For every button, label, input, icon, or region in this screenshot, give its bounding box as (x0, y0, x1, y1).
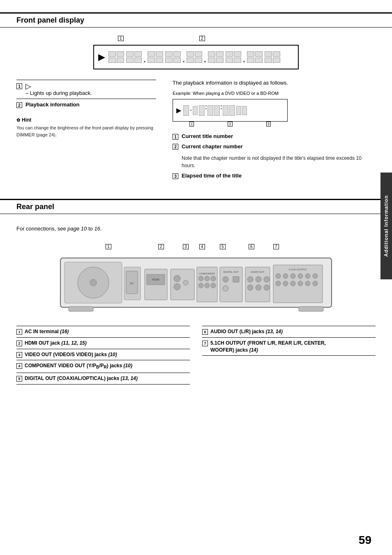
rear-lbl-7: 7 (273, 244, 279, 249)
rear-item-7-text: 5.1CH OUTPUT (FRONT L/R, REAR L/R, CENTE… (210, 340, 326, 354)
svg-point-18 (211, 276, 216, 281)
rear-panel-title: Rear panel (16, 203, 54, 211)
fpd-play-arrow: ▶ (98, 52, 105, 62)
rc-item-2: 2 Current chapter number Note that the c… (173, 143, 376, 169)
rear-item-6: 6 AUDIO OUT (L/R) jacks (13, 14) (202, 326, 376, 337)
rear-item-4-num: 4 (16, 363, 22, 369)
svg-text:DIGITAL OUT: DIGITAL OUT (223, 271, 238, 273)
col-left: 1 ▷ – Lights up during playback. 2 Playb… (16, 80, 156, 182)
fpd-label1: 1 (118, 36, 124, 41)
rear-item-3-num: 3 (16, 352, 22, 358)
rc-item-2-note: Note that the chapter number is not disp… (182, 154, 376, 169)
rear-item-7: 7 5.1CH OUTPUT (FRONT L/R, REAR L/R, CEN… (202, 337, 376, 356)
rear-item-5-num: 5 (16, 376, 22, 382)
rc-item-3-label: Elapsed time of the title (182, 173, 242, 179)
rc-item-3: 3 Elapsed time of the title (173, 173, 376, 179)
svg-point-19 (198, 283, 203, 288)
svg-point-41 (305, 274, 310, 279)
rear-diagram-wrapper: 1 2 3 4 5 6 7 (0, 244, 392, 315)
hint-title: Hint (16, 117, 156, 123)
svg-point-30 (256, 276, 261, 282)
rear-items-left: 1 AC IN terminal (16) 2 HDMI OUT jack (1… (16, 326, 190, 385)
rear-lbl-4: 4 (199, 244, 205, 249)
svg-text:AC: AC (130, 282, 134, 285)
hint-text: You can change the brightness of the fro… (16, 124, 156, 138)
svg-point-12 (174, 283, 180, 290)
play-symbol: ▷ (25, 82, 31, 90)
fp-item-2-label: Playback information (25, 101, 79, 108)
page-number: 59 (359, 534, 371, 547)
rc-item-1-num: 1 (173, 134, 178, 140)
svg-point-16 (198, 276, 203, 281)
svg-point-17 (205, 276, 210, 281)
front-panel-diagram-wrapper: 1 2 ▶ (16, 36, 376, 69)
rear-items-right: 6 AUDIO OUT (L/R) jacks (13, 14) 7 5.1CH… (202, 326, 376, 385)
svg-rect-10 (171, 269, 194, 300)
rear-panel-desc: For connections, see page 10 to 16. (0, 222, 392, 240)
rear-item-2-num: 2 (16, 341, 22, 346)
svg-point-13 (183, 280, 188, 285)
rc-item-2-num: 2 (173, 144, 178, 150)
rc-item-1-label: Current title number (182, 133, 233, 139)
fpd-segments (108, 51, 280, 63)
small-display-box: ▶ (173, 99, 288, 122)
svg-rect-50 (299, 306, 323, 311)
rear-item-4: 4 COMPONENT VIDEO OUT (Y/PB/PR) jacks (1… (16, 360, 190, 372)
front-panel-section: Front panel display 1 2 (0, 12, 392, 182)
rear-panel-section: Rear panel For connections, see page 10 … (0, 199, 392, 385)
rear-item-7-num: 7 (202, 341, 208, 346)
svg-point-26 (223, 286, 228, 291)
rear-item-1-num: 1 (16, 329, 22, 335)
svg-text:5.1CH OUTPUT: 5.1CH OUTPUT (289, 268, 307, 271)
rear-item-4-text: COMPONENT VIDEO OUT (Y/PB/PR) jacks (10) (25, 362, 132, 370)
right-col-items: 1 Current title number 2 Current chapter… (173, 133, 376, 179)
rear-lbl-2: 2 (158, 244, 164, 249)
rc-item-1: 1 Current title number (173, 133, 376, 140)
rear-item-6-text: AUDIO OUT (L/R) jacks (13, 14) (210, 328, 283, 335)
svg-point-38 (283, 274, 288, 279)
rear-item-2: 2 HDMI OUT jack (11, 12, 15) (16, 337, 190, 349)
fp-item-2-content: Playback information (25, 101, 156, 108)
fp-item-2: 2 Playback information (16, 99, 156, 111)
svg-point-48 (313, 281, 318, 286)
rear-panel-header: Rear panel (0, 199, 392, 214)
svg-point-3 (90, 279, 97, 286)
rear-item-3-text: VIDEO OUT (VIDEO/S VIDEO) jacks (10) (25, 351, 117, 358)
rear-item-1-text: AC IN terminal (16) (25, 328, 69, 335)
rc-item-2-label: Current chapter number (182, 143, 243, 150)
smd-label-3: 3 (266, 122, 271, 127)
rear-item-3: 3 VIDEO OUT (VIDEO/S VIDEO) jacks (10) (16, 349, 190, 360)
rear-item-5: 5 DIGITAL OUT (COAXIAL/OPTICAL) jacks (1… (16, 373, 190, 385)
svg-point-20 (205, 283, 210, 288)
svg-point-40 (298, 274, 303, 279)
rear-panel-page-ref: page 10 (67, 226, 87, 232)
rc-item-3-num: 3 (173, 173, 178, 179)
svg-point-32 (247, 285, 253, 290)
svg-point-47 (305, 281, 310, 286)
rear-item-5-text: DIGITAL OUT (COAXIAL/OPTICAL) jacks (13,… (25, 375, 138, 382)
smd-segments (183, 105, 247, 116)
svg-point-42 (313, 274, 318, 279)
page-container: Additional Information Front panel displ… (0, 0, 392, 555)
fpd-box: ▶ (93, 45, 299, 69)
svg-text:AUDIO OUT: AUDIO OUT (251, 271, 265, 273)
svg-point-11 (174, 275, 180, 282)
svg-point-24 (223, 276, 228, 282)
fpd-label2: 2 (199, 36, 205, 41)
rear-lbl-1: 1 (106, 244, 111, 249)
rear-panel-svg: AC HDMI COMPONENT (56, 255, 336, 314)
fp-item-1-num: 1 (16, 83, 22, 89)
svg-text:COMPONENT: COMPONENT (199, 272, 215, 275)
fp-item-1-desc: – Lights up during playback. (25, 90, 92, 96)
rear-items-grid: 1 AC IN terminal (16) 2 HDMI OUT jack (1… (0, 326, 392, 385)
rear-lbl-5: 5 (220, 244, 226, 249)
svg-point-39 (291, 274, 295, 279)
smd-label-2: 2 (228, 122, 232, 127)
hint-section: Hint You can change the brightness of th… (16, 117, 156, 138)
example-label: Example: When playing a DVD VIDEO or a B… (173, 91, 376, 96)
playback-info-text: The playback information is displayed as… (173, 80, 376, 86)
front-panel-title: Front panel display (16, 16, 84, 25)
small-display-wrapper: ▶ (173, 99, 288, 127)
smd-label-1: 1 (189, 122, 194, 127)
rear-lbl-3: 3 (183, 244, 189, 249)
